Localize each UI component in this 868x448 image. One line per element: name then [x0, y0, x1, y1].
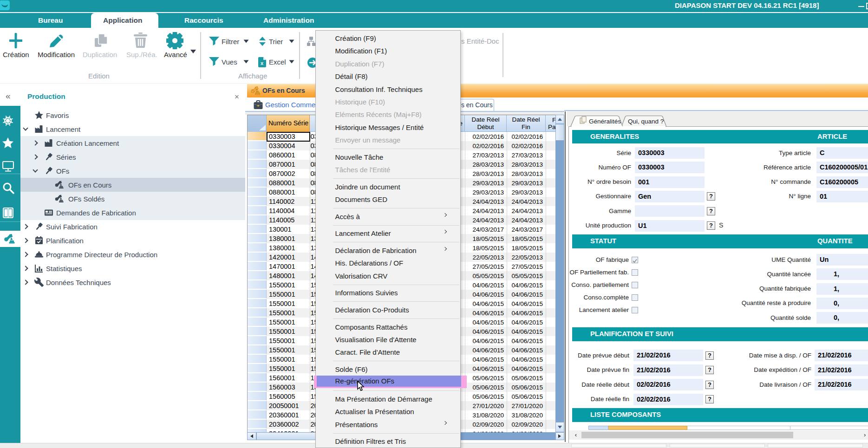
svg-text:Qui, quand ?: Qui, quand ? — [628, 118, 664, 125]
svg-text:x: x — [261, 60, 264, 66]
svg-text:Généralités: Généralités — [589, 118, 621, 125]
